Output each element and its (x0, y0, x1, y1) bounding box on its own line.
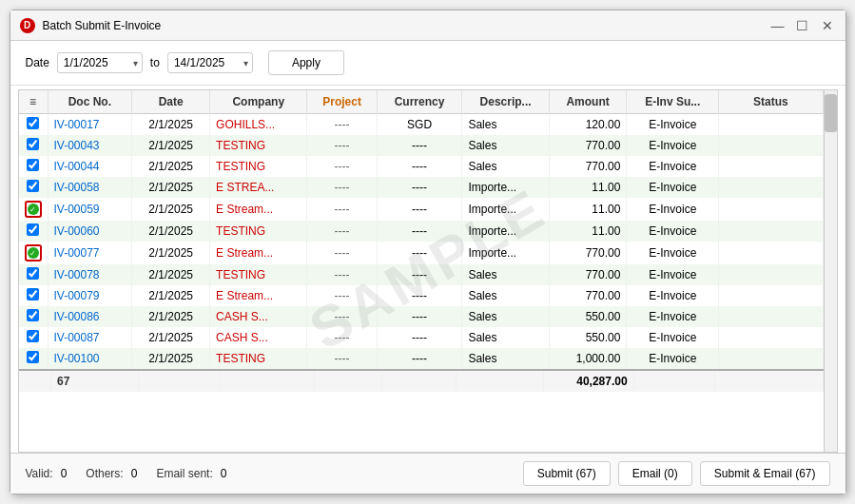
cell-desc: Importe... (462, 198, 549, 221)
check-circle-icon: ✓ (28, 247, 39, 259)
cell-docno: IV-00078 (48, 264, 132, 285)
cell-currency: ---- (377, 221, 462, 242)
cell-company: E STREA... (210, 177, 307, 198)
sort-icon: ≡ (29, 95, 36, 108)
cell-company: CASH S... (210, 327, 307, 348)
cell-company: TESTING (210, 156, 307, 177)
table-row: IV-000582/1/2025E STREA...--------Import… (19, 177, 824, 198)
apply-button[interactable]: Apply (268, 50, 344, 75)
cell-einvsu: E-Invoice (627, 306, 719, 327)
cell-date: 2/1/2025 (132, 177, 210, 198)
row-checkbox[interactable] (27, 117, 39, 129)
row-checkbox-cell (19, 177, 49, 198)
cell-desc: Sales (462, 114, 549, 136)
date-to-wrapper: 14/1/2025 (167, 52, 253, 73)
total-row: 67 40,287.00 (19, 370, 824, 392)
row-checkbox[interactable] (27, 309, 39, 321)
row-checkbox[interactable] (27, 159, 39, 171)
cell-desc: Sales (462, 348, 549, 369)
row-checkbox[interactable] (27, 138, 39, 150)
cell-project: ---- (307, 177, 377, 198)
date-from-select[interactable]: 1/1/2025 (57, 52, 143, 73)
cell-date: 2/1/2025 (132, 156, 210, 177)
table-wrapper: SAMPLE ≡ Doc No. Date Company (18, 86, 838, 453)
cell-status (719, 306, 823, 327)
cell-amount: 1,000.00 (549, 348, 627, 369)
cell-status (719, 114, 823, 136)
cell-project: ---- (307, 221, 377, 242)
check-circle-icon: ✓ (28, 204, 39, 215)
row-checkbox[interactable] (27, 330, 39, 342)
window-controls: — ☐ ✕ (769, 17, 836, 34)
row-checkbox-cell (19, 285, 49, 306)
col-header-einvsu: E-Inv Su... (627, 90, 719, 114)
email-button[interactable]: Email (0) (618, 461, 692, 486)
cell-amount: 770.00 (549, 285, 627, 306)
col-header-amount: Amount (549, 90, 627, 114)
row-checkbox[interactable] (27, 180, 39, 192)
table-row: IV-000862/1/2025CASH S...--------Sales55… (19, 306, 824, 327)
row-checkbox[interactable] (27, 223, 39, 236)
cell-currency: ---- (377, 242, 462, 264)
cell-status (719, 135, 823, 156)
maximize-button[interactable]: ☐ (794, 17, 811, 34)
submit-button[interactable]: Submit (67) (523, 461, 611, 486)
window-title: Batch Submit E-Invoice (43, 19, 769, 32)
cell-status (719, 264, 823, 285)
scrollbar[interactable] (824, 90, 837, 452)
cell-currency: ---- (377, 348, 462, 369)
cell-desc: Sales (462, 264, 549, 285)
minimize-button[interactable]: — (769, 17, 787, 34)
submit-email-button[interactable]: Submit & Email (67) (700, 461, 830, 486)
cell-einvsu: E-Invoice (627, 242, 719, 264)
row-checkbox[interactable] (27, 267, 39, 280)
date-to-select[interactable]: 14/1/2025 (167, 52, 253, 73)
cell-docno: IV-00100 (48, 348, 132, 369)
cell-currency: ---- (377, 156, 462, 177)
table-row: IV-000782/1/2025TESTING--------Sales770.… (19, 264, 824, 285)
col-header-currency: Currency (377, 90, 462, 114)
cell-date: 2/1/2025 (132, 198, 210, 221)
row-checkbox-cell (19, 306, 49, 327)
col-header-date: Date (132, 90, 210, 114)
cell-desc: Sales (462, 285, 549, 306)
cell-einvsu: E-Invoice (627, 198, 719, 221)
cell-docno: IV-00044 (48, 156, 132, 177)
cell-amount: 770.00 (549, 135, 627, 156)
cell-currency: SGD (377, 114, 462, 136)
table-row: IV-000432/1/2025TESTING--------Sales770.… (19, 135, 824, 156)
row-checkbox-cell (19, 221, 49, 242)
close-button[interactable]: ✕ (819, 17, 836, 34)
cell-company: TESTING (210, 348, 307, 369)
row-checkbox[interactable] (27, 288, 39, 300)
cell-amount: 550.00 (549, 327, 627, 348)
date-to-label: to (150, 56, 160, 69)
cell-date: 2/1/2025 (132, 306, 210, 327)
cell-company: E Stream... (210, 285, 307, 306)
cell-docno: IV-00086 (48, 306, 132, 327)
cell-date: 2/1/2025 (132, 221, 210, 242)
row-checkbox[interactable] (27, 351, 39, 363)
cell-einvsu: E-Invoice (627, 348, 719, 369)
table-row: ✓IV-000772/1/2025E Stream...--------Impo… (19, 242, 824, 264)
cell-einvsu: E-Invoice (627, 285, 719, 306)
scroll-thumb[interactable] (825, 94, 837, 132)
cell-status (719, 156, 823, 177)
cell-docno: IV-00058 (48, 177, 132, 198)
table-row: ✓IV-000592/1/2025E Stream...--------Impo… (19, 198, 824, 221)
cell-desc: Importe... (462, 221, 549, 242)
cell-amount: 770.00 (549, 264, 627, 285)
footer: Valid: 0 Others: 0 Email sent: 0 Submit … (10, 453, 845, 494)
cell-project: ---- (307, 198, 377, 221)
cell-desc: Sales (462, 327, 549, 348)
col-header-project: Project (307, 90, 377, 114)
cell-desc: Sales (462, 306, 549, 327)
cell-docno: IV-00079 (48, 285, 132, 306)
cell-docno: IV-00087 (48, 327, 132, 348)
cell-company: GOHILLS... (210, 114, 307, 136)
row-checkbox-cell (19, 114, 49, 136)
cell-amount: 11.00 (549, 221, 627, 242)
app-icon: D (20, 18, 35, 33)
row-checkbox-cell (19, 156, 49, 177)
row-checkbox-cell: ✓ (19, 198, 49, 221)
